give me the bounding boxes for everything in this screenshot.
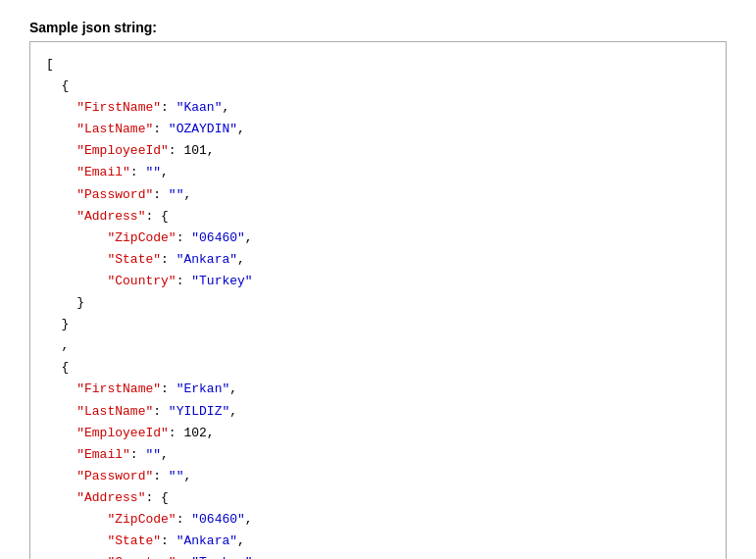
json-line: { [46, 76, 710, 97]
json-line: "ZipCode": "06460", [46, 228, 710, 249]
json-line: "Email": "", [46, 162, 710, 183]
json-line: } [46, 292, 710, 314]
json-line: "EmployeeId": 101, [46, 140, 710, 162]
json-line: , [46, 335, 710, 357]
json-line: "Country": "Turkey" [46, 552, 710, 559]
json-line: "LastName": "OZAYDIN", [46, 119, 710, 140]
json-line: "Country": "Turkey" [46, 271, 710, 292]
json-box: [ { "FirstName": "Kaan", "LastName": "OZ… [29, 41, 727, 559]
json-line: [ [46, 54, 710, 76]
json-line: "FirstName": "Erkan", [46, 379, 710, 400]
json-line: "Email": "", [46, 444, 710, 466]
json-line: "State": "Ankara", [46, 531, 710, 552]
section-label: Sample json string: [29, 20, 727, 35]
json-line: "Password": "", [46, 184, 710, 206]
json-line: "FirstName": "Kaan", [46, 97, 710, 119]
json-line: "Address": { [46, 206, 710, 228]
json-line: "Password": "", [46, 466, 710, 487]
json-line: "EmployeeId": 102, [46, 423, 710, 444]
json-line: "LastName": "YILDIZ", [46, 401, 710, 423]
json-line: "ZipCode": "06460", [46, 509, 710, 531]
json-line: "State": "Ankara", [46, 249, 710, 271]
json-line: "Address": { [46, 487, 710, 509]
json-line: } [46, 314, 710, 335]
json-line: { [46, 357, 710, 379]
